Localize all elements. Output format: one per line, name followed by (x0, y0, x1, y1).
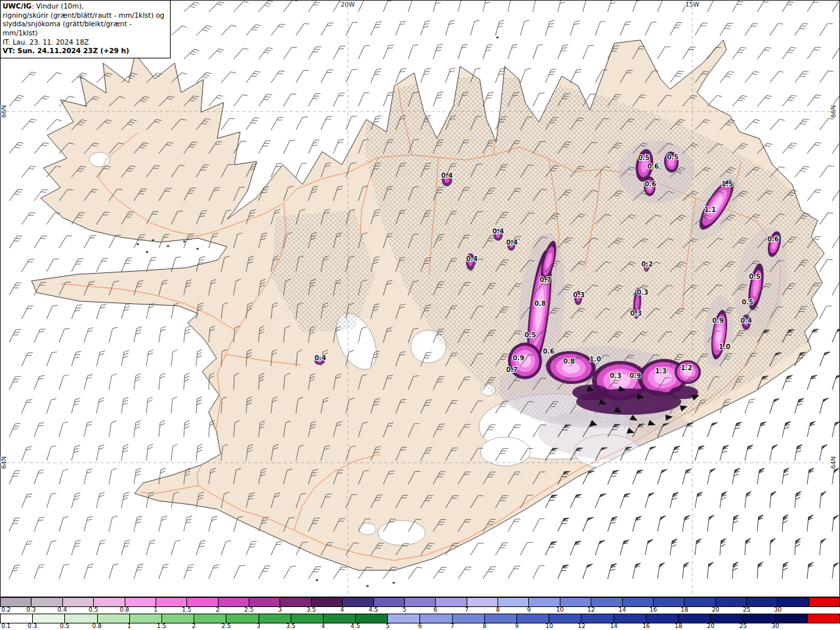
colorbar-cell (684, 598, 715, 606)
colorbar-cell (162, 614, 194, 623)
colorbar-tick-label: 25 (740, 623, 747, 629)
precip-value-label: 0.4 (441, 172, 453, 179)
colorbar-tick-label: 0.3 (26, 606, 35, 613)
colorbar-tick-label: 16 (642, 623, 650, 629)
colorbar-tick-label: 1.5 (157, 623, 166, 629)
colorbar-cell (324, 614, 356, 623)
colorbar-tick-label: 10 (545, 623, 553, 629)
precip-value-label: 0.9 (712, 317, 724, 324)
colorbar-tick-label: 20 (707, 623, 714, 629)
colorbar-cell (646, 614, 679, 623)
precip-value-label: 1.1 (704, 206, 716, 213)
colorbar-cell (679, 614, 711, 623)
precip-value-label: 0.6 (644, 180, 656, 188)
colorbar-cell (529, 598, 560, 606)
colorbar-cell (436, 598, 467, 606)
colorbar-cell (743, 614, 775, 623)
colorbar-tick-label: 9 (527, 606, 531, 613)
colorbar-cell (467, 598, 498, 606)
precip-value-label: 0.8 (563, 358, 575, 365)
latitude-label: 64N (0, 456, 7, 469)
colorbar-cell (498, 598, 529, 606)
latitude-label: 66N (0, 105, 7, 117)
colorbar-tick-label: 3.5 (286, 623, 295, 629)
colorbar-tick-label: 30 (772, 623, 779, 629)
colorbar-tick-label: 1 (127, 623, 131, 629)
colorbar-cell (809, 598, 839, 606)
small-island (366, 585, 369, 587)
colorbar-cell (194, 614, 226, 623)
light-sleet-area (618, 140, 694, 203)
colorbar-cell (405, 598, 436, 606)
colorbar-cell (219, 598, 249, 606)
info-init-time: IT: Lau. 23. 11. 2024 18Z (3, 38, 167, 47)
colorbar-tick-label: 3.5 (306, 606, 316, 613)
colorbar-cell (485, 614, 517, 623)
colorbar-cell (614, 614, 646, 623)
precip-value-label: 0.4 (314, 354, 326, 362)
latitude-label: 64N (830, 456, 837, 469)
colorbar-cell (33, 614, 65, 623)
colorbar-tick-label: 5 (386, 623, 390, 629)
colorbar-tick-label: 0.8 (93, 623, 102, 629)
dark-precip-fringe (572, 385, 609, 400)
latitude-label: 66N (830, 105, 837, 117)
colorbar-tick-label: 10 (556, 606, 564, 613)
colorbar-cell (187, 598, 218, 606)
colorbar-cell (63, 598, 94, 606)
colorbar-cell (716, 598, 747, 606)
colorbar-cell (280, 598, 311, 606)
colorbar-tick-label: 0.5 (89, 606, 98, 613)
precip-value-label: 0.7 (539, 276, 551, 284)
colorbar-cell (343, 598, 373, 606)
colorbar-tick-label: 1 (154, 606, 158, 613)
longitude-label: 15W (685, 1, 700, 8)
colorbar-tick-label: 2 (192, 623, 196, 629)
precip-value-label: 0.4 (466, 255, 478, 262)
colorbar-tick-label: 8 (496, 606, 500, 613)
colorbar-tick-label: 8 (483, 623, 487, 629)
colorbar-tick-label: 2 (216, 606, 220, 613)
precip-value-label: 1.0 (719, 343, 730, 350)
colorbar-cell (374, 598, 405, 606)
glacier-area (480, 437, 530, 466)
colorbar-tick-label: 3 (257, 623, 261, 629)
precip-value-label: 0.6 (647, 163, 659, 170)
colorbar-tick-label: 7 (450, 623, 454, 629)
colorbar-cell (226, 614, 259, 623)
precip-value-label: 0.2 (641, 261, 653, 268)
precip-value-label: 0.3 (573, 291, 585, 299)
precip-value-label: 0.5 (742, 299, 753, 306)
colorbar-cell (356, 614, 388, 623)
colorbar-tick-label: 1.5 (182, 606, 191, 613)
colorbar-tick-label: 0.3 (28, 623, 37, 629)
iceland-weather-map: 0.50.60.50.61.51.10.40.40.40.40.70.80.30… (0, 0, 840, 597)
colorbar-tick-label: 30 (774, 606, 781, 613)
precip-value-label: 0.3 (630, 310, 642, 317)
colorbar-cell (259, 614, 291, 623)
colorbar-cell (98, 614, 130, 623)
colorbar-cell (125, 598, 156, 606)
colorbar-tick-label: 12 (578, 623, 585, 629)
colorbar-cell (32, 598, 62, 606)
colorbar-tick-label: 18 (681, 606, 688, 613)
glacier-area (378, 520, 425, 545)
precip-value-label: 0.5 (638, 154, 650, 161)
colorbar-cell (249, 598, 280, 606)
info-valid-time: VT: Sun. 24.11.2024 23Z (+29 h) (3, 47, 167, 56)
colorbar-tick-label: 0.2 (1, 606, 10, 613)
colorbar-tick-label: 25 (743, 606, 750, 613)
precip-value-label: 0.4 (492, 228, 504, 235)
product-title: : Vindur (10m), (32, 2, 84, 10)
product-code: UWC/IG (3, 2, 32, 10)
small-island (146, 251, 148, 253)
info-sleet-desc: slydda/snjókoma (grátt/bleikt/grænt - mm… (3, 20, 167, 37)
colorbar-cell (747, 598, 778, 606)
small-island (167, 245, 169, 247)
colorbar-cell (291, 614, 324, 623)
colorbar-tick-label: 2.5 (244, 606, 253, 613)
precip-value-label: 0.5 (524, 331, 536, 339)
colorbar-tick-label: 20 (712, 606, 719, 613)
colorbar-cell (130, 614, 162, 623)
colorbar-cell (1, 614, 33, 623)
